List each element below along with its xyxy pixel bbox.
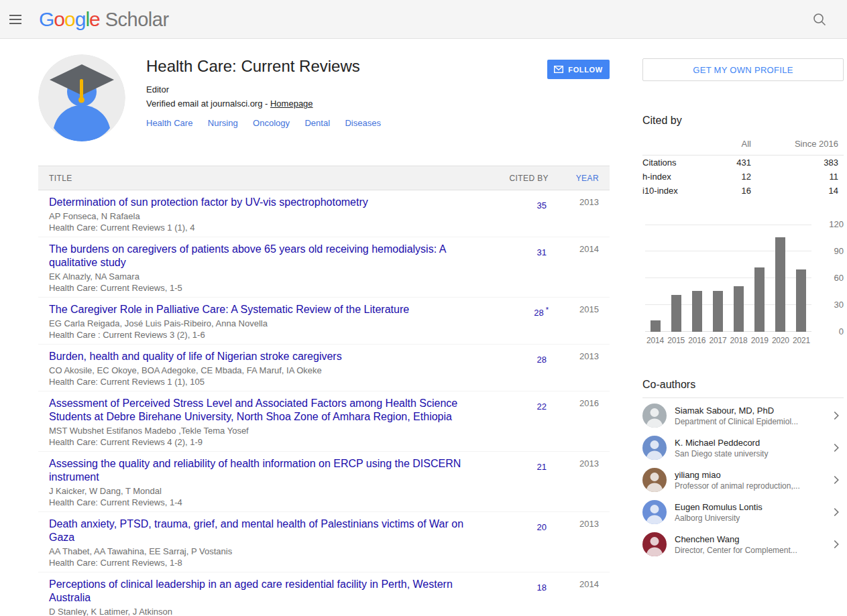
publication-title-link[interactable]: The burdens on caregivers of patients ab… — [49, 243, 488, 269]
coauthor-affiliation: Department of Clinical Epidemiol... — [675, 416, 829, 427]
stats-all-value: 16 — [707, 185, 751, 196]
publication-cited-by-cell: 22 — [488, 397, 549, 414]
cited-by-count-link[interactable]: 35 — [537, 200, 547, 210]
coauthor-row[interactable]: yiliang miao Professor of animal reprodu… — [642, 464, 844, 496]
chart-x-tick-label: 2016 — [687, 336, 707, 345]
stats-metric-label[interactable]: i10-index — [642, 185, 707, 196]
main-content: Health Care: Current Reviews Editor Veri… — [38, 54, 610, 616]
coauthor-name-link[interactable]: Chenchen Wang — [675, 534, 829, 545]
coauthor-row[interactable]: K. Michael Peddecord San Diego state uni… — [642, 432, 844, 464]
coauthor-info: Eugen Romulus Lontis Aalborg University — [675, 501, 829, 523]
profile-verified-email: Verified email at journalsci.org - Homep… — [146, 98, 393, 109]
coauthor-row[interactable]: Siamak Sabour, MD, PhD Department of Cli… — [642, 399, 844, 432]
coauthor-affiliation: Director, Center for Complement... — [675, 545, 829, 556]
publication-main: Death anxiety, PTSD, trauma, grief, and … — [49, 517, 488, 568]
cited-by-count-link[interactable]: 18 — [537, 582, 547, 593]
cited-by-count-link[interactable]: 21 — [537, 462, 547, 472]
chart-bar[interactable] — [651, 320, 661, 332]
get-my-own-profile-button[interactable]: GET MY OWN PROFILE — [642, 58, 844, 81]
logo-letter: e — [89, 8, 100, 30]
hamburger-icon — [9, 15, 21, 16]
publication-title-link[interactable]: The Caregiver Role in Palliative Care: A… — [49, 303, 488, 316]
chart-bar-slot[interactable] — [687, 225, 707, 332]
interest-link[interactable]: Nursing — [208, 118, 238, 128]
publication-title-link[interactable]: Assessment of Perceived Stress Level and… — [49, 397, 488, 424]
chevron-right-icon[interactable] — [829, 440, 844, 455]
citation-stats-table: All Since 2016 Citations 431 383 h-index… — [642, 136, 844, 198]
interest-link[interactable]: Dental — [304, 118, 330, 128]
chevron-right-icon[interactable] — [829, 505, 844, 519]
publication-title-link[interactable]: Burden, health and quality of life of Ni… — [49, 350, 488, 363]
coauthor-name-link[interactable]: Eugen Romulus Lontis — [675, 501, 829, 513]
chart-bar[interactable] — [713, 291, 723, 332]
publication-main: Assessing the quality and reliability of… — [49, 457, 488, 508]
cited-by-count-link[interactable]: 20 — [537, 522, 547, 532]
chart-bar-slot[interactable] — [729, 225, 749, 332]
chevron-right-icon[interactable] — [829, 473, 844, 487]
cited-by-count-link[interactable]: 22 — [537, 402, 547, 412]
publications-table: TITLE CITED BY YEAR Determination of sun… — [38, 166, 610, 616]
publication-row: Death anxiety, PTSD, trauma, grief, and … — [38, 512, 610, 572]
cited-by-count-link[interactable]: 31 — [537, 247, 547, 257]
chart-bar-slot[interactable] — [771, 225, 791, 332]
chart-y-tick-label: 90 — [834, 246, 844, 257]
chart-bar-slot[interactable] — [750, 225, 770, 332]
chart-bar[interactable] — [734, 286, 744, 332]
stats-since-value: 383 — [751, 157, 838, 168]
publication-title-link[interactable]: Assessing the quality and reliability of… — [49, 457, 488, 484]
stats-metric-label[interactable]: Citations — [642, 157, 707, 168]
coauthor-info: K. Michael Peddecord San Diego state uni… — [675, 437, 829, 459]
publication-authors: EK Alnazly, NA Samara — [49, 271, 488, 282]
google-scholar-logo[interactable]: Google Scholar — [39, 8, 169, 31]
citation-stats-rows: Citations 431 383 h-index 12 11 i10-inde… — [642, 156, 844, 198]
stats-col-since: Since 2016 — [751, 139, 838, 149]
interest-link[interactable]: Health Care — [146, 118, 192, 128]
cited-by-count-link[interactable]: 28 — [537, 355, 547, 365]
chart-bar[interactable] — [692, 291, 702, 332]
chart-bar-slot[interactable] — [791, 225, 811, 332]
coauthor-name-link[interactable]: K. Michael Peddecord — [675, 437, 829, 448]
chart-bar[interactable] — [754, 267, 765, 332]
chart-bar[interactable] — [775, 237, 785, 332]
column-header-title[interactable]: TITLE — [49, 174, 488, 183]
stats-since-value: 14 — [751, 185, 838, 196]
interest-link[interactable]: Oncology — [253, 118, 290, 128]
publication-title-link[interactable]: Perceptions of clinical leadership in an… — [49, 578, 488, 605]
profile-info: Health Care: Current Reviews Editor Veri… — [146, 54, 393, 141]
chart-bar[interactable] — [796, 269, 806, 332]
coauthor-name-link[interactable]: Siamak Sabour, MD, PhD — [675, 405, 829, 416]
cited-by-heading[interactable]: Cited by — [642, 115, 844, 127]
publication-title-link[interactable]: Death anxiety, PTSD, trauma, grief, and … — [49, 517, 488, 544]
menu-button[interactable] — [9, 11, 27, 28]
coauthor-name-link[interactable]: yiliang miao — [675, 469, 829, 481]
coauthor-affiliation: Aalborg University — [675, 513, 829, 523]
chevron-right-icon[interactable] — [829, 537, 844, 552]
homepage-link[interactable]: Homepage — [270, 99, 313, 109]
coauthor-row[interactable]: Chenchen Wang Director, Center for Compl… — [642, 528, 844, 560]
chart-bars — [645, 225, 811, 332]
column-header-year[interactable]: YEAR — [549, 174, 599, 183]
coauthors-section: Co-authors Siamak Sabour, MD, PhD D — [642, 379, 844, 560]
stats-metric-label[interactable]: h-index — [642, 171, 707, 182]
profile-avatar[interactable] — [38, 54, 125, 141]
scholar-avatar-icon — [38, 54, 125, 141]
publication-title-link[interactable]: Determination of sun protection factor b… — [49, 196, 488, 209]
chart-bar-slot[interactable] — [666, 225, 686, 332]
chart-bar[interactable] — [671, 295, 681, 332]
publication-year: 2013 — [549, 196, 599, 209]
chevron-right-icon[interactable] — [829, 408, 844, 423]
interest-link[interactable]: Diseases — [345, 118, 380, 128]
search-button[interactable] — [812, 12, 827, 27]
chart-bar-slot[interactable] — [645, 225, 665, 332]
chart-y-tick-label: 0 — [839, 326, 844, 337]
chart-x-tick-label: 2014 — [645, 336, 665, 345]
chart-bar-slot[interactable] — [708, 225, 728, 332]
follow-button[interactable]: FOLLOW — [547, 60, 610, 79]
hamburger-icon — [9, 19, 21, 20]
citation-stats-row: h-index 12 11 — [642, 170, 844, 184]
publication-main: The burdens on caregivers of patients ab… — [49, 243, 488, 294]
coauthor-row[interactable]: Eugen Romulus Lontis Aalborg University — [642, 496, 844, 528]
column-header-cited-by[interactable]: CITED BY — [488, 174, 549, 183]
publication-authors: MST Wubshet Estifanos Madebo ,Tekle Tema… — [49, 426, 488, 436]
cited-by-count-link[interactable]: 28 — [534, 308, 543, 318]
